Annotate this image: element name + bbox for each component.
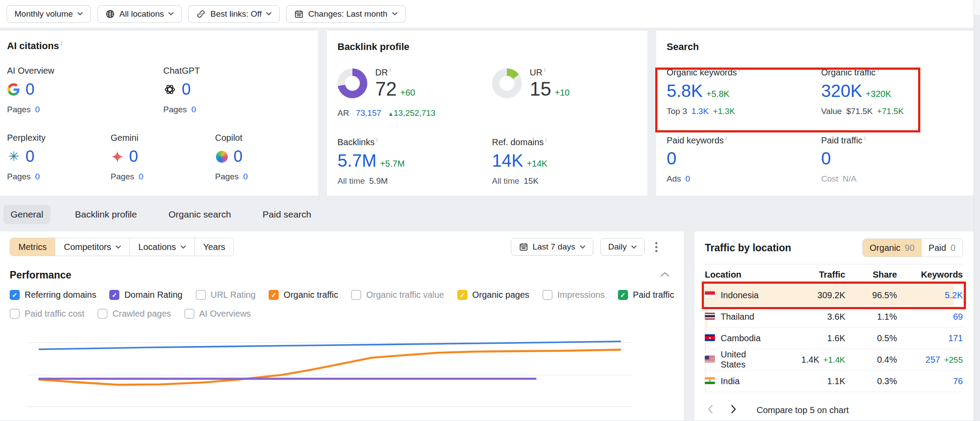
organic-keywords-value[interactable]: 5.8K: [667, 81, 703, 100]
table-row-united-states[interactable]: United States1.4K+1.4K0.4%257+255: [705, 349, 963, 371]
table-row-india[interactable]: India1.1K0.3%76: [705, 371, 963, 392]
info-icon[interactable]: i: [725, 135, 727, 141]
ads-label: Ads: [667, 174, 681, 183]
table-row-indonesia[interactable]: Indonesia309.2K96.5%5.2K: [705, 285, 963, 306]
checkbox-label: AI Overviews: [199, 309, 251, 319]
column-keywords[interactable]: Keywords: [897, 270, 963, 280]
performance-line-chart[interactable]: [27, 332, 632, 407]
table-row-thailand[interactable]: Thailand3.6K1.1%69: [705, 306, 963, 328]
table-row-cambodia[interactable]: Cambodia1.6K0.5%171: [705, 328, 963, 349]
section-tabs: General Backlink profile Organic search …: [4, 204, 980, 225]
metric-checkbox-crawled-pages[interactable]: Crawled pages: [97, 309, 171, 319]
checkbox-unchecked-icon: [10, 309, 20, 319]
metric-checkbox-domain-rating[interactable]: ✓Domain Rating: [109, 290, 182, 300]
metric-checkbox-organic-pages[interactable]: ✓Organic pages: [457, 290, 529, 300]
info-icon[interactable]: i: [544, 67, 546, 73]
granularity-dropdown[interactable]: Daily: [600, 238, 645, 256]
traffic-value: 1.1K: [827, 376, 845, 386]
toggle-organic[interactable]: Organic 90: [863, 239, 922, 257]
column-share[interactable]: Share: [845, 270, 897, 280]
checkbox-label: Paid traffic cost: [25, 309, 84, 319]
next-page-icon[interactable]: [728, 402, 739, 418]
compare-top5-link[interactable]: Compare top 5 on chart: [757, 405, 849, 415]
locations-dropdown[interactable]: All locations: [97, 5, 182, 23]
ads-count-link[interactable]: 0: [686, 174, 690, 183]
info-icon[interactable]: i: [877, 67, 879, 73]
organic-keywords-metric: Organic keywordsi 5.8K+5.8K Top 31.3K+1.…: [667, 67, 821, 116]
segment-years[interactable]: Years: [194, 238, 233, 256]
best-links-dropdown[interactable]: Best links: Off: [188, 5, 280, 23]
metric-checkbox-url-rating[interactable]: URL Rating: [196, 290, 256, 300]
backlinks-label: Backlinksi: [337, 136, 492, 147]
segment-competitors[interactable]: Competitors: [55, 238, 129, 256]
chatgpt-metric: ChatGPT 0 Pages0: [163, 66, 200, 114]
backlinks-delta: +5.7M: [380, 159, 405, 169]
keywords-count-link[interactable]: 69: [953, 312, 963, 321]
value-label: Value: [821, 107, 842, 116]
metric-toggle-checkboxes: ✓Referring domains✓Domain RatingURL Rati…: [10, 290, 674, 319]
keywords-count-link[interactable]: 76: [953, 376, 963, 386]
best-links-label: Best links: Off: [210, 9, 262, 19]
summary-cards-row: AI citationsi AI Overview 0 Pages0: [0, 31, 980, 196]
pages-count-link[interactable]: 0: [191, 105, 196, 114]
pages-count-link[interactable]: 0: [35, 105, 40, 114]
info-icon[interactable]: i: [376, 136, 377, 143]
metric-checkbox-paid-traffic-cost[interactable]: Paid traffic cost: [10, 309, 84, 319]
ar-delta: 13,252,713: [394, 108, 435, 118]
column-traffic[interactable]: Traffic: [771, 270, 845, 280]
metric-checkbox-referring-domains[interactable]: ✓Referring domains: [10, 290, 96, 300]
pages-count-link[interactable]: 0: [139, 172, 144, 181]
cost-value: N/A: [843, 174, 857, 183]
scrollbar-thumb[interactable]: [974, 0, 980, 15]
changes-period-dropdown[interactable]: Changes: Last month: [286, 5, 406, 23]
metric-checkbox-paid-traffic[interactable]: ✓Paid traffic: [618, 290, 674, 300]
date-range-dropdown[interactable]: Last 7 days: [511, 238, 593, 256]
tab-paid-search[interactable]: Paid search: [255, 205, 318, 224]
chevron-down-icon: [168, 12, 174, 16]
ai-overview-metric: AI Overview 0 Pages0: [7, 66, 163, 114]
more-options-kebab-icon[interactable]: [652, 239, 661, 256]
organic-traffic-value[interactable]: 320K: [821, 81, 862, 100]
globe-icon: [105, 9, 115, 19]
traffic-cell: 1.6K: [771, 333, 845, 343]
keywords-count-link[interactable]: 5.2K: [945, 290, 963, 300]
info-icon[interactable]: i: [864, 135, 865, 141]
chevron-down-icon: [266, 12, 272, 16]
monthly-volume-dropdown[interactable]: Monthly volume: [7, 5, 91, 23]
segment-metrics[interactable]: Metrics: [10, 238, 55, 256]
pages-count-link[interactable]: 0: [243, 172, 248, 181]
metric-checkbox-impressions[interactable]: Impressions: [542, 290, 605, 300]
keywords-count-link[interactable]: 171: [948, 333, 963, 343]
copilot-icon: [215, 150, 228, 163]
perplexity-label: Perplexity: [7, 133, 111, 143]
share-cell: 0.5%: [845, 333, 897, 343]
chevron-down-icon: [115, 245, 121, 249]
ai-overview-value: 0: [25, 80, 35, 99]
info-icon[interactable]: i: [61, 40, 62, 47]
info-icon[interactable]: i: [390, 67, 391, 73]
performance-panel: Metrics Competitors Locations Years Last…: [0, 232, 684, 420]
segment-locations[interactable]: Locations: [129, 238, 194, 256]
traffic-value-delta: +71.5K: [877, 107, 904, 116]
ref-domains-value[interactable]: 14K: [492, 151, 523, 170]
backlink-profile-title: Backlink profile: [337, 41, 637, 53]
tab-general[interactable]: General: [4, 205, 50, 224]
backlinks-value[interactable]: 5.7M: [337, 151, 377, 170]
ar-value-link[interactable]: 73,157: [356, 108, 381, 118]
chevron-down-icon: [77, 12, 83, 16]
keywords-count-link[interactable]: 257: [926, 355, 940, 364]
top3-value-link[interactable]: 1.3K: [691, 107, 708, 116]
info-icon[interactable]: i: [739, 67, 740, 73]
prev-page-icon[interactable]: [705, 402, 716, 418]
metric-checkbox-organic-traffic-value[interactable]: Organic traffic value: [351, 290, 444, 300]
metric-checkbox-organic-traffic[interactable]: ✓Organic traffic: [269, 290, 338, 300]
pages-count-link[interactable]: 0: [35, 172, 40, 181]
collapse-section-button[interactable]: [656, 270, 674, 281]
info-icon[interactable]: i: [546, 136, 547, 143]
chatgpt-label: ChatGPT: [163, 66, 200, 76]
metric-checkbox-ai-overviews[interactable]: AI Overviews: [184, 309, 251, 319]
toggle-paid[interactable]: Paid 0: [922, 239, 962, 257]
tab-backlink-profile[interactable]: Backlink profile: [68, 205, 144, 224]
tab-organic-search[interactable]: Organic search: [162, 205, 238, 224]
scrollbar[interactable]: [973, 0, 980, 421]
